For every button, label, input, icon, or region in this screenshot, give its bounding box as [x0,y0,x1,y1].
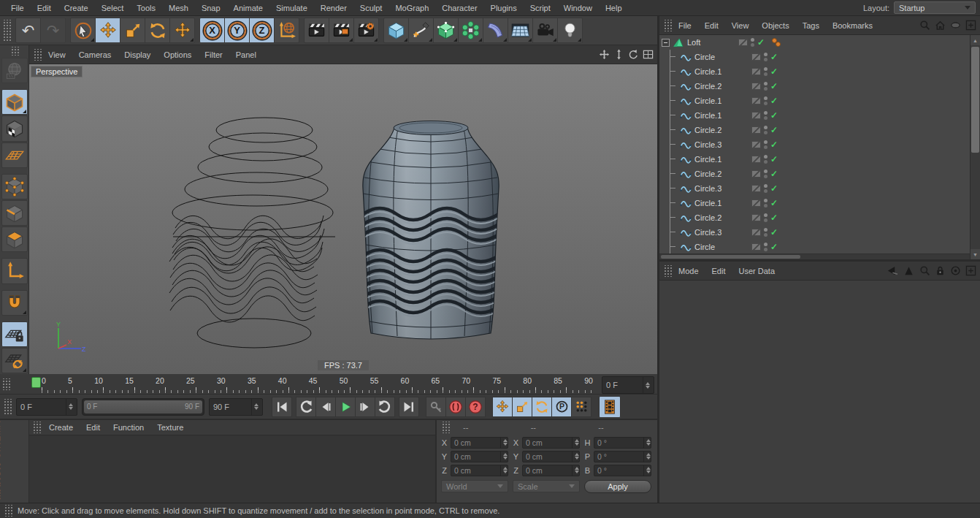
key-scale-toggle[interactable] [512,397,532,417]
attribute-manager-menu-item[interactable]: User Data [732,267,782,275]
material-menu-item[interactable]: Function [107,423,150,432]
workplane-orientation-button[interactable] [1,348,28,373]
coordinate-system-dropdown[interactable]: World [441,480,508,492]
texture-mode-button[interactable] [1,115,28,141]
object-manager-menu-item[interactable]: Objects [755,21,795,30]
light-button[interactable] [557,18,583,43]
layer-toggle[interactable] [751,156,761,163]
enable-check-icon[interactable]: ✓ [770,82,778,91]
coordinate-input[interactable]: 0 cm [522,437,580,449]
scroll-up-icon[interactable]: ▲ [971,35,980,45]
menu-item[interactable]: Character [435,4,483,12]
timeline-ruler[interactable]: 051015202530354045505560657075808590 0 F [0,374,657,395]
material-manager-grip[interactable] [32,422,41,433]
object-row[interactable]: Circle.1 ✓ [659,196,970,210]
visibility-dots[interactable] [764,243,767,251]
spinner-arrows-icon[interactable] [251,399,259,415]
layout-dropdown[interactable]: Startup [894,1,976,14]
object-row[interactable]: Circle.1 ✓ [659,94,970,108]
statusbar-grip[interactable] [4,505,12,517]
visibility-dots[interactable] [764,140,767,149]
apply-button[interactable]: Apply [584,480,651,493]
home-icon[interactable] [935,20,946,31]
object-name[interactable]: Circle.3 [694,184,747,193]
attribute-manager-menu-item[interactable]: Mode [672,267,705,275]
search-icon[interactable] [919,265,930,276]
workplane-mode-button[interactable] [1,142,28,168]
object-manager-grip[interactable] [663,20,672,31]
render-view-button[interactable] [304,18,329,43]
spinner-arrows-icon[interactable] [572,452,579,462]
layer-toggle[interactable] [738,39,748,46]
previous-key-button[interactable] [296,397,316,417]
visibility-dots[interactable] [751,38,754,47]
deformers-button[interactable] [483,18,508,43]
model-mode-button[interactable] [1,89,28,115]
end-frame-spinner[interactable]: 90 F [209,398,263,416]
object-name[interactable]: Circle [694,53,747,61]
enable-check-icon[interactable]: ✓ [770,53,778,61]
lock-y-axis-button[interactable]: Y [224,18,250,43]
target-icon[interactable] [950,265,961,276]
menu-item[interactable]: Help [599,4,629,12]
menu-item[interactable]: Render [314,4,353,12]
object-row[interactable]: Circle.2 ✓ [659,210,970,225]
enable-check-icon[interactable]: ✓ [770,170,778,178]
environment-button[interactable] [508,18,533,43]
object-manager-menu-item[interactable]: View [725,21,756,30]
layer-toggle[interactable] [751,97,761,104]
enable-check-icon[interactable]: ✓ [770,96,778,105]
vscroll-thumb[interactable] [971,47,979,153]
camera-button[interactable] [532,18,558,43]
attribute-manager-grip[interactable] [663,265,672,277]
spinner-arrows-icon[interactable] [643,465,651,476]
layer-toggle[interactable] [751,185,761,192]
visibility-dots[interactable] [764,67,767,76]
spinner-arrows-icon[interactable] [500,452,508,462]
menu-item[interactable]: Simulate [269,4,314,12]
key-position-toggle[interactable] [492,397,513,417]
lock-x-axis-button[interactable]: X [199,18,225,43]
menu-item[interactable]: Animate [227,4,269,12]
object-manager-menu-item[interactable]: Bookmarks [826,21,879,30]
horizontal-scrollbar[interactable] [659,254,970,259]
coordinate-input[interactable]: 0 cm [451,465,508,476]
enable-check-icon[interactable]: ✓ [770,184,778,193]
point-level-animation-toggle[interactable] [571,397,592,417]
add-panel-icon[interactable] [965,20,976,31]
attribute-manager-menu-item[interactable]: Edit [705,267,732,275]
menu-item[interactable]: Window [557,4,599,12]
enable-check-icon[interactable]: ✓ [770,155,778,164]
ruler-grip[interactable] [1,378,10,390]
search-icon[interactable] [919,20,930,31]
edges-mode-button[interactable] [1,200,28,226]
spline-pen-button[interactable] [408,18,434,43]
rotate-view-icon[interactable] [628,49,639,60]
layer-toggle[interactable] [751,126,761,134]
coordinate-input[interactable]: 0 ° [594,437,651,449]
layer-toggle[interactable] [751,214,761,221]
object-row[interactable]: Circle.1 ✓ [659,152,970,167]
object-row[interactable]: Circle.2 ✓ [659,79,970,94]
menu-item[interactable]: Select [95,4,131,12]
menu-item[interactable]: File [4,4,31,12]
zoom-view-icon[interactable] [613,49,624,60]
hscroll-thumb[interactable] [661,255,800,259]
ruler-frame-spinner[interactable]: 0 F [602,376,654,394]
next-frame-button[interactable] [355,397,375,417]
primitive-cube-button[interactable] [383,18,409,43]
object-name[interactable]: Loft [687,38,734,47]
coordinate-input[interactable]: 0 cm [451,451,508,462]
object-row[interactable]: Circle ✓ [659,240,970,254]
camera-view-label[interactable]: Perspective [31,66,83,77]
spinner-arrows-icon[interactable] [572,438,579,448]
object-name[interactable]: Circle.2 [694,126,747,134]
visibility-dots[interactable] [764,126,767,134]
menu-item[interactable]: Tools [130,4,162,12]
menu-item[interactable]: Script [524,4,557,12]
layer-toggle[interactable] [751,53,761,61]
phong-tag-icon[interactable] [772,38,781,47]
axis-mode-button[interactable] [1,258,28,283]
move-tool-button[interactable] [95,18,120,43]
object-row[interactable]: Circle.3 ✓ [659,181,970,196]
